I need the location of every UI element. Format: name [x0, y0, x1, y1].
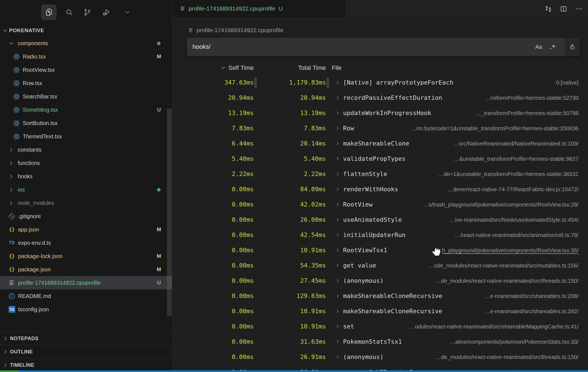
profile-row[interactable]: 0.00ms10.91msmakeShareableCloneRecursive… [0, 304, 588, 319]
total-time-cell: 54.35ms [300, 262, 326, 269]
file-location-link[interactable]: …s/trash_playground/pokenative/component… [423, 202, 579, 208]
profile-row[interactable]: 0.00ms10.91msRootViewTsx1…h_playground/p… [0, 243, 588, 258]
profile-row[interactable]: 0.00ms26.00msuseAnimatedStyle…ive-reanim… [0, 212, 588, 228]
file-location-link[interactable]: …rm.bytecode=1&unstable_transformProfile… [411, 125, 579, 132]
file-location-link[interactable]: …de=1&unstable_transformProfile=hermes-s… [438, 171, 579, 177]
remote-indicator[interactable] [0, 370, 18, 372]
chevron-right-icon[interactable] [335, 339, 340, 344]
column-header-total-time[interactable]: Total Time [298, 64, 326, 72]
chevron-right-icon[interactable] [335, 95, 340, 100]
explorer-item-radio-tsx[interactable]: Radio.tsxM [0, 50, 172, 63]
self-time-cell: 0.00ms [232, 308, 254, 315]
regex-button[interactable]: .* [546, 41, 558, 52]
chevron-right-icon[interactable] [335, 110, 340, 116]
chevron-right-icon[interactable] [335, 263, 340, 268]
file-location-link[interactable]: …de_modules/react-native-reanimated/src/… [435, 278, 579, 284]
profile-row[interactable]: 347.63ms1,179.83ms[Native] arrayPrototyp… [0, 75, 588, 90]
chevron-right-icon[interactable] [335, 232, 340, 238]
chevron-right-icon[interactable] [335, 80, 340, 85]
profile-row[interactable]: 0.00ms42.02msRootView…s/trash_playground… [0, 197, 588, 212]
profile-row[interactable]: 0.00ms54.35msget value…ode_modules/react… [0, 258, 588, 273]
function-name: (anonymous) [343, 353, 384, 360]
chevron-right-icon[interactable] [335, 248, 340, 253]
column-header-self-time[interactable]: Self Time [220, 64, 254, 72]
react-icon [13, 53, 20, 60]
total-time-cell: 2.22ms [304, 170, 326, 177]
search-input[interactable]: hooks/ Aa .* [187, 38, 565, 56]
file-location-link[interactable]: 0:[native] [556, 80, 579, 86]
match-case-button[interactable]: Aa [533, 41, 545, 52]
chevron-right-icon[interactable] [335, 126, 340, 131]
profile-row[interactable]: 13.19ms13.19msupdateWorkInProgressHook…_… [0, 106, 588, 121]
file-location-link[interactable]: …ode_modules/react-native-reanimated/src… [429, 263, 579, 269]
search-view-button[interactable] [61, 4, 77, 20]
file-location-link[interactable]: …e-reanimated/src/shareables.ts:208/ [485, 293, 579, 299]
function-name: updateWorkInProgressHook [343, 109, 431, 116]
chevron-right-icon[interactable] [335, 324, 340, 329]
file-location-link[interactable]: …h_playground/pokenative/components/Root… [437, 247, 579, 254]
profile-row[interactable]: 20.94ms20.94msrecordPassiveEffectDuratio… [0, 90, 588, 106]
more-actions-button[interactable] [575, 5, 583, 13]
split-editor-button[interactable] [560, 5, 567, 13]
profile-row[interactable]: 0.00ms10.91msset…odules/react-native-rea… [0, 319, 588, 334]
profile-row[interactable]: 0.00ms42.54msinitialUpdaterRun…/react-na… [0, 228, 588, 243]
explorer-project-header[interactable]: POKENATIVE [0, 26, 172, 35]
profile-row[interactable]: 2.22ms2.22msflattenStyle…de=1&unstable_t… [0, 167, 588, 182]
compare-changes-button[interactable] [544, 5, 552, 13]
chevron-right-icon[interactable] [335, 141, 340, 146]
explorer-item-components[interactable]: components [0, 37, 172, 50]
chevron-right-icon[interactable] [335, 217, 340, 222]
total-time-cell: 5.40ms [304, 155, 326, 162]
profile-row[interactable]: 0.00ms27.45ms(anonymous)…de_modules/reac… [0, 273, 588, 289]
function-name: Row [343, 125, 354, 132]
chevron-right-icon[interactable] [335, 156, 340, 161]
profile-row[interactable]: 0.00ms31.63msPokemonStatsTsx1…ative/comp… [0, 334, 588, 350]
profile-row[interactable]: 0.00ms26.91ms(anonymous)…de_modules/reac… [0, 350, 588, 365]
file-location-link[interactable]: …nsformProfile=hermes-stable:52730 [485, 95, 579, 101]
chevron-right-icon[interactable] [335, 187, 340, 192]
profile-row[interactable]: 6.44ms20.14msmakeShareableClone…src/Nati… [0, 136, 588, 151]
chevron-right-icon[interactable] [335, 202, 340, 207]
function-name: useAnimatedStyle [343, 216, 402, 223]
file-location-link[interactable]: …ative/components/pokemon/PokemonStats.t… [450, 339, 579, 345]
chevron-right-icon[interactable] [335, 278, 340, 283]
column-sash[interactable] [326, 78, 329, 88]
chevron-right-icon[interactable] [335, 293, 340, 299]
function-name: RootView [343, 201, 372, 208]
file-location-link[interactable]: …derer/react-native-74-77/ReactFabric-de… [448, 186, 579, 193]
file-location-link[interactable]: …_transformProfile=hermes-stable:50798 [475, 110, 579, 116]
chevron-right-icon[interactable] [335, 171, 340, 177]
file-location-link[interactable]: …e-reanimated/src/shareables.ts:282/ [485, 308, 579, 315]
chevron-right-icon[interactable] [335, 354, 340, 360]
file-location-link[interactable]: …ive-reanimated/src/hook/useAnimatedStyl… [449, 217, 579, 223]
chevron-down-icon [8, 40, 14, 46]
profile-row[interactable]: 0.00ms84.09msrenderWithHooks…derer/react… [0, 182, 588, 197]
source-control-view-button[interactable] [79, 4, 95, 20]
tab-git-status-badge: U [279, 6, 283, 12]
breadcrumb[interactable]: profile-1741689314922.cpuprofile [188, 26, 283, 34]
profile-row[interactable]: 5.40ms5.40msvalidatePropTypes…&unstable_… [0, 151, 588, 167]
file-location-link[interactable]: …odules/react-native-reanimated/src/shar… [409, 323, 579, 330]
column-header-file[interactable]: File [332, 64, 341, 72]
debug-view-button[interactable] [98, 4, 114, 20]
flamegraph-toggle-button[interactable] [565, 38, 580, 56]
main-status[interactable] [18, 370, 588, 372]
chevron-down-view-button[interactable] [120, 4, 135, 20]
column-sash[interactable] [254, 78, 257, 88]
file-location-link[interactable]: …/react-native-reanimated/src/animation/… [455, 232, 579, 238]
profile-row[interactable]: 0.00ms129.63msmakeShareableCloneRecursiv… [0, 289, 588, 304]
self-time-cell: 7.83ms [232, 125, 254, 132]
source-control-icon [79, 4, 95, 20]
file-location-link[interactable]: …&unstable_transformProfile=hermes-stabl… [454, 156, 579, 162]
tab-cpuprofile[interactable]: profile-1741689314922.cpuprofile U [172, 0, 346, 17]
file-location-link[interactable]: …de_modules/react-native-reanimated/src/… [435, 354, 579, 360]
self-time-cell: 0.00ms [232, 262, 254, 269]
total-time-cell: 10.91ms [300, 308, 326, 315]
self-time-cell: 0.00ms [232, 338, 254, 345]
self-time-cell: 0.00ms [232, 277, 254, 284]
profile-row[interactable]: 7.83ms7.83msRow…rm.bytecode=1&unstable_t… [0, 121, 588, 136]
chevron-right-icon[interactable] [335, 309, 340, 314]
file-location-link[interactable]: …src/NativeReanimated/NativeReanimated.t… [453, 141, 579, 147]
explorer-view-button[interactable] [41, 4, 57, 20]
function-name: PokemonStatsTsx1 [343, 338, 402, 345]
